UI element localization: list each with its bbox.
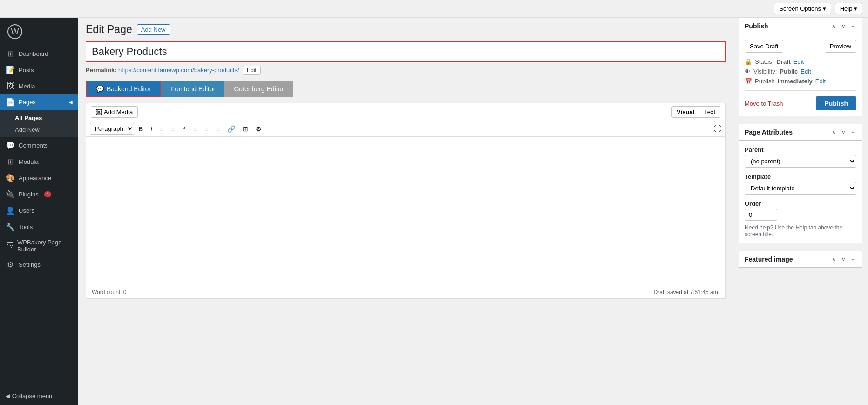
- page-title: Edit Page: [86, 23, 132, 36]
- screen-options-button[interactable]: Screen Options ▾: [774, 3, 831, 14]
- add-media-button[interactable]: 🖼 Add Media: [91, 106, 138, 118]
- align-center-button[interactable]: ≡: [202, 123, 212, 135]
- sidebar-item-plugins[interactable]: 🔌 Plugins 4: [0, 186, 78, 202]
- publish-footer: Move to Trash Publish: [745, 90, 856, 110]
- preview-button[interactable]: Preview: [825, 40, 856, 53]
- calendar-icon: 📅: [745, 78, 752, 85]
- plugins-badge: 4: [44, 191, 52, 197]
- italic-button[interactable]: I: [147, 123, 156, 135]
- page-title-input[interactable]: Bakery Products: [86, 41, 726, 62]
- parent-label: Parent: [745, 146, 856, 153]
- expand-editor-button[interactable]: ⛶: [714, 125, 721, 133]
- editor-body[interactable]: [86, 137, 725, 286]
- sidebar-item-wpbakery[interactable]: 🏗 WPBakery Page Builder: [0, 235, 78, 256]
- settings-icon: ⚙: [6, 260, 15, 269]
- sidebar-item-posts[interactable]: 📝 Posts: [0, 62, 78, 78]
- featured-image-controls: ∧ ∨ −: [830, 255, 856, 263]
- sidebar-item-dashboard[interactable]: ⊞ Dashboard: [0, 46, 78, 62]
- publish-panel-up[interactable]: ∧: [830, 22, 838, 30]
- publish-panel-controls: ∧ ∨ −: [830, 22, 856, 30]
- permalink-url[interactable]: https://content.tamewp.com/bakery-produc…: [118, 67, 239, 74]
- page-attributes-panel: Page Attributes ∧ ∨ − Parent (no parent)…: [739, 124, 862, 243]
- collapse-menu-button[interactable]: ◀ Collapse menu: [0, 387, 78, 405]
- page-attributes-body: Parent (no parent) Template Default temp…: [739, 141, 862, 243]
- unordered-list-button[interactable]: ≡: [156, 123, 167, 135]
- pages-submenu: All Pages Add New: [0, 110, 78, 137]
- top-bar: Screen Options ▾ Help ▾: [0, 0, 868, 18]
- sidebar-sub-add-new[interactable]: Add New: [0, 124, 78, 135]
- sidebar-item-comments[interactable]: 💬 Comments: [0, 137, 78, 154]
- template-label: Template: [745, 173, 856, 180]
- featured-image-header: Featured image ∧ ∨ −: [739, 251, 862, 268]
- sidebar-item-appearance[interactable]: 🎨 Appearance: [0, 170, 78, 186]
- backend-editor-icon: 💬: [96, 85, 104, 93]
- tab-backend-editor[interactable]: 💬 Backend Editor: [86, 81, 161, 97]
- publish-actions: Save Draft Preview: [745, 40, 856, 53]
- plugins-icon: 🔌: [6, 190, 15, 199]
- publish-timing-value: immediately: [778, 78, 813, 85]
- sidebar-item-label: Pages: [19, 99, 36, 106]
- align-right-button[interactable]: ≡: [213, 123, 223, 135]
- page-attributes-title: Page Attributes: [745, 128, 793, 136]
- save-draft-button[interactable]: Save Draft: [745, 40, 783, 53]
- word-count-bar: Word count: 0 Draft saved at 7:51:45 am.: [86, 286, 725, 298]
- parent-select[interactable]: (no parent): [745, 155, 856, 168]
- sidebar-item-modula[interactable]: ⊞ Modula: [0, 154, 78, 170]
- order-label: Order: [745, 200, 856, 207]
- page-header: Edit Page Add New: [86, 23, 726, 36]
- more-options-button[interactable]: ⚙: [252, 123, 265, 135]
- backend-editor-label: Backend Editor: [107, 85, 151, 93]
- sidebar-item-label: WPBakery Page Builder: [17, 239, 73, 253]
- draft-saved-status: Draft saved at 7:51:45 am.: [654, 289, 719, 296]
- featured-image-panel: Featured image ∧ ∨ −: [739, 251, 862, 268]
- sidebar-item-settings[interactable]: ⚙ Settings: [0, 256, 78, 273]
- attributes-panel-close[interactable]: −: [849, 128, 856, 136]
- attributes-panel-up[interactable]: ∧: [830, 128, 838, 136]
- publish-panel-close[interactable]: −: [849, 22, 856, 30]
- attributes-help-text: Need help? Use the Help tab above the sc…: [745, 224, 856, 237]
- visibility-edit-link[interactable]: Edit: [800, 68, 811, 75]
- help-button[interactable]: Help ▾: [835, 3, 862, 14]
- modula-icon: ⊞: [6, 157, 15, 166]
- text-tab[interactable]: Text: [699, 106, 720, 118]
- editor-tabs: 💬 Backend Editor Frontend Editor Gutenbe…: [86, 81, 726, 97]
- publish-timing: 📅 Publish immediately Edit: [745, 78, 856, 85]
- featured-image-close[interactable]: −: [849, 255, 856, 263]
- publish-panel-body: Save Draft Preview 🔒 Status: Draft Edit …: [739, 34, 862, 116]
- main-content: Edit Page Add New Bakery Products Permal…: [78, 18, 733, 405]
- attributes-panel-down[interactable]: ∨: [840, 128, 848, 136]
- sidebar-item-pages[interactable]: 📄 Pages ◀: [0, 94, 78, 110]
- blockquote-button[interactable]: ❝: [179, 123, 189, 135]
- paragraph-select[interactable]: Paragraph: [90, 123, 134, 135]
- status-value: Draft: [776, 58, 790, 65]
- right-sidebar: Publish ∧ ∨ − Save Draft Preview 🔒 Statu…: [733, 18, 868, 405]
- permalink-edit-button[interactable]: Edit: [243, 66, 261, 75]
- bold-button[interactable]: B: [135, 123, 146, 135]
- sidebar-item-label: Comments: [19, 142, 48, 149]
- table-button[interactable]: ⊞: [239, 123, 251, 135]
- featured-image-up[interactable]: ∧: [830, 255, 838, 263]
- publish-button[interactable]: Publish: [816, 96, 856, 110]
- template-select[interactable]: Default template: [745, 182, 856, 195]
- permalink-bar: Permalink: https://content.tamewp.com/ba…: [86, 66, 726, 75]
- featured-image-title: Featured image: [745, 256, 793, 263]
- publish-timing-edit-link[interactable]: Edit: [815, 78, 826, 85]
- sidebar-sub-all-pages[interactable]: All Pages: [0, 112, 78, 124]
- add-new-button[interactable]: Add New: [137, 24, 170, 35]
- pages-icon: 📄: [6, 98, 15, 107]
- tab-gutenberg-editor[interactable]: Gutenberg Editor: [224, 81, 293, 97]
- publish-panel-down[interactable]: ∨: [840, 22, 848, 30]
- align-left-button[interactable]: ≡: [190, 123, 200, 135]
- link-button[interactable]: 🔗: [224, 123, 238, 135]
- order-input[interactable]: 0: [745, 209, 777, 221]
- tab-frontend-editor[interactable]: Frontend Editor: [161, 81, 225, 97]
- status-edit-link[interactable]: Edit: [793, 58, 804, 65]
- sidebar-item-tools[interactable]: 🔧 Tools: [0, 219, 78, 235]
- media-icon: 🖼: [6, 82, 15, 90]
- sidebar-item-users[interactable]: 👤 Users: [0, 202, 78, 219]
- visual-tab[interactable]: Visual: [671, 106, 699, 118]
- featured-image-down[interactable]: ∨: [840, 255, 848, 263]
- ordered-list-button[interactable]: ≡: [168, 123, 178, 135]
- move-to-trash-link[interactable]: Move to Trash: [745, 100, 783, 107]
- sidebar-item-media[interactable]: 🖼 Media: [0, 78, 78, 94]
